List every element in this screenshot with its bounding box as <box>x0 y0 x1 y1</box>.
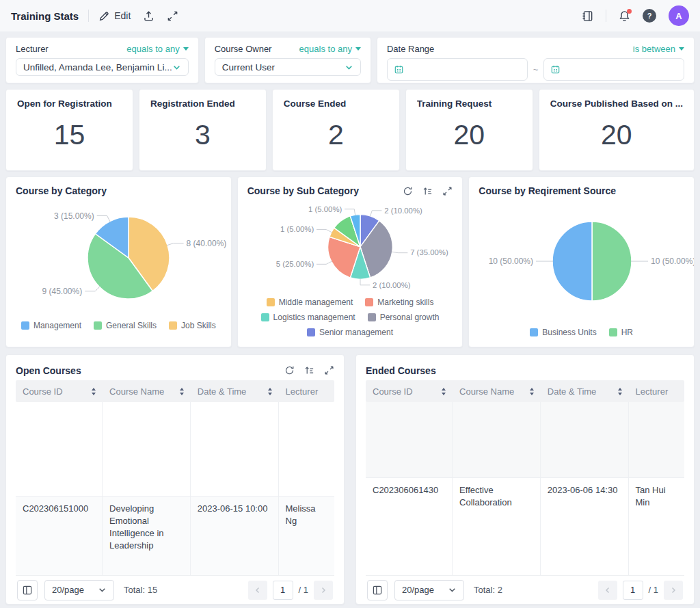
edit-button[interactable]: Edit <box>98 10 131 22</box>
pie-slice-label: 7 (35.00%) <box>410 248 448 256</box>
course-owner-select-value: Current User <box>222 62 345 72</box>
next-page-button[interactable] <box>314 581 333 600</box>
legend-item[interactable]: Business Units <box>530 326 596 339</box>
legend-item[interactable]: Marketing skills <box>365 296 433 308</box>
chart-title: Course by Category <box>16 185 107 196</box>
column-header-course-name[interactable]: Course Name <box>453 380 541 402</box>
caret-down-icon <box>679 47 684 51</box>
column-header-label: Date & Time <box>198 386 247 397</box>
sort-icon[interactable] <box>268 388 272 395</box>
stat-card-course-published: Course Published Based on ... 20 <box>539 89 695 171</box>
expand-icon[interactable] <box>442 186 453 196</box>
expand-icon[interactable] <box>324 365 334 375</box>
sort-icon[interactable] <box>530 388 534 395</box>
legend-item[interactable]: Senior management <box>307 326 393 339</box>
table-cell: 2023-06-06 14:30 <box>541 478 629 575</box>
stat-value: 2 <box>284 109 388 161</box>
stat-title: Training Request <box>417 98 522 109</box>
notebook-icon[interactable] <box>582 10 593 22</box>
next-page-button[interactable] <box>664 581 683 600</box>
table-header-row: Course IDCourse NameDate & TimeLecturer <box>16 380 334 402</box>
page-of-label: / 1 <box>299 585 308 595</box>
notification-dot <box>627 9 632 14</box>
legend-item[interactable]: Job Skills <box>169 319 216 332</box>
column-header-date-time[interactable]: Date & Time <box>541 380 629 402</box>
refresh-icon[interactable] <box>284 365 295 375</box>
stat-card-course-ended: Course Ended 2 <box>272 89 400 171</box>
legend-label: Business Units <box>542 326 596 339</box>
calendar-icon <box>394 65 403 74</box>
column-header-course-id[interactable]: Course ID <box>366 380 453 402</box>
legend-item[interactable]: Personal growth <box>368 311 440 323</box>
legend-item[interactable]: HR <box>609 326 633 339</box>
pie-slice[interactable] <box>552 222 592 301</box>
lecturer-select[interactable]: Unfilled, Amanda Lee, Benjamin Li... <box>16 58 189 76</box>
export-icon[interactable] <box>143 10 154 22</box>
lecturer-operator-dropdown[interactable]: equals to any <box>126 44 188 54</box>
page-number-input[interactable]: 1 <box>273 581 293 600</box>
pie-slice-label: 1 (5.00%) <box>308 205 342 213</box>
sort-icon[interactable] <box>618 388 622 395</box>
column-header-course-name[interactable]: Course Name <box>103 380 191 402</box>
bell-icon[interactable] <box>619 10 630 22</box>
chevron-down-icon <box>98 585 107 594</box>
filter-label: Date Range <box>387 44 434 54</box>
pie-slice-label: 10 (50.00%) <box>489 256 533 266</box>
stat-title: Open for Registration <box>17 98 122 109</box>
table-cell <box>16 402 103 496</box>
pie-slice-label: 3 (15.00%) <box>54 211 94 221</box>
chart-card-course-by-sub-category: Course by Sub Category 2 (10.00%)7 (35.0… <box>237 176 463 347</box>
table-cell <box>541 402 629 477</box>
table-cell <box>629 402 684 477</box>
sort-icon[interactable] <box>92 388 96 395</box>
column-header-course-id[interactable]: Course ID <box>16 380 103 402</box>
refresh-icon[interactable] <box>403 186 413 196</box>
legend-marker <box>94 321 102 330</box>
page-title: Training Stats <box>11 10 79 22</box>
page-size-select[interactable]: 20/page <box>394 580 464 600</box>
table-footer: 20/page Total: 15 1 / 1 <box>16 575 334 604</box>
ended-courses-card: Ended Courses Course IDCourse NameDate &… <box>355 354 695 605</box>
stat-title: Course Published Based on ... <box>550 98 683 109</box>
filter-label: Course Owner <box>215 44 272 54</box>
hierarchy-sort-icon[interactable] <box>422 186 433 196</box>
table-cell <box>103 402 191 496</box>
hierarchy-sort-icon[interactable] <box>304 365 314 375</box>
legend-label: Marketing skills <box>377 296 433 308</box>
course-owner-select[interactable]: Current User <box>215 58 361 76</box>
course-owner-operator-dropdown[interactable]: equals to any <box>299 44 361 54</box>
legend-marker <box>267 298 275 306</box>
legend-item[interactable]: Management <box>21 319 81 332</box>
pie-chart: 8 (40.00%)9 (45.00%)3 (15.00%) <box>16 198 232 318</box>
divider <box>606 10 606 22</box>
columns-settings-button[interactable] <box>367 580 388 600</box>
page-size-select[interactable]: 20/page <box>44 580 114 600</box>
legend-item[interactable]: General Skills <box>94 319 157 332</box>
avatar[interactable]: A <box>669 5 689 26</box>
fullscreen-icon[interactable] <box>167 10 178 22</box>
page-number-input[interactable]: 1 <box>623 581 643 600</box>
table-cell: Effective Collaboration <box>453 478 541 575</box>
table-cell: Developing Emotional Intelligence in Lea… <box>103 497 191 575</box>
legend-item[interactable]: Logistics management <box>261 311 355 323</box>
prev-page-button[interactable] <box>248 581 267 600</box>
pie-slice-label: 2 (10.00%) <box>384 207 422 215</box>
pie-slice[interactable] <box>592 222 632 301</box>
date-range-operator-dropdown[interactable]: is between <box>633 44 684 54</box>
help-icon[interactable]: ? <box>643 9 656 23</box>
legend-marker <box>368 313 376 321</box>
sort-icon[interactable] <box>442 388 446 395</box>
filter-label: Lecturer <box>16 44 49 54</box>
sort-icon[interactable] <box>180 388 184 395</box>
column-header-label: Lecturer <box>286 386 319 397</box>
columns-settings-button[interactable] <box>17 580 38 600</box>
column-header-date-time[interactable]: Date & Time <box>191 380 279 402</box>
prev-page-button[interactable] <box>598 581 617 600</box>
date-end-input[interactable] <box>543 58 684 81</box>
table-toolbar <box>284 365 334 375</box>
date-start-input[interactable] <box>387 58 528 81</box>
topbar: Training Stats Edit ? A <box>0 0 700 31</box>
legend-item[interactable]: Middle management <box>267 296 353 308</box>
pie-label-leader <box>317 230 332 233</box>
chart-title: Course by Reqirement Source <box>479 185 616 196</box>
